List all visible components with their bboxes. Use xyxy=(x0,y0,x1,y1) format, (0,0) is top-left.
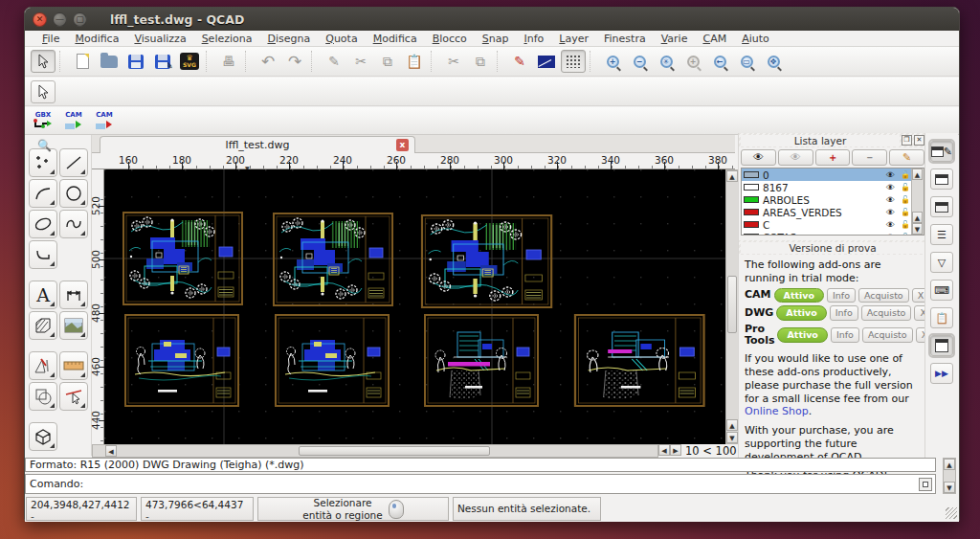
modify-tool-icon[interactable] xyxy=(59,382,88,411)
canvas-vertical-scrollbar[interactable]: ▲ ▲ ▼ xyxy=(725,169,739,444)
print-icon[interactable]: 🖶 xyxy=(216,50,241,73)
edit-layer-icon[interactable]: ✎ xyxy=(889,149,924,166)
layer-list-scrollbar[interactable]: ▲ ▲ ▼ xyxy=(911,168,924,235)
show-all-layers-icon[interactable]: 👁 xyxy=(741,149,776,166)
layer-visible-icon[interactable]: 👁 xyxy=(886,220,895,230)
scroll-left-icon[interactable]: ◀ xyxy=(105,445,117,457)
layer-lock-icon[interactable]: 🔓 xyxy=(901,220,910,229)
zoom-auto-icon[interactable]: ✳ xyxy=(654,50,679,73)
misc-tools-icon[interactable] xyxy=(29,351,57,380)
zoom-in-icon[interactable]: + xyxy=(600,50,625,73)
property-pencil-icon[interactable]: ✎ xyxy=(507,50,532,73)
line-settings-icon[interactable] xyxy=(534,50,559,73)
select-arrow-icon[interactable] xyxy=(31,80,56,103)
zoom-selection-icon[interactable]: + xyxy=(680,50,705,73)
menu-quota[interactable]: Quota xyxy=(318,32,365,46)
image-tool-icon[interactable] xyxy=(59,311,88,340)
menu-file[interactable]: File xyxy=(34,32,67,46)
layer-lock-icon[interactable]: 🔓 xyxy=(901,233,910,236)
line-tool-icon[interactable] xyxy=(59,148,88,177)
property-editor-toggle-icon[interactable]: ☰ xyxy=(930,224,953,245)
info-button[interactable]: Info xyxy=(831,327,859,343)
command-line[interactable]: Comando: xyxy=(25,474,936,494)
pan-icon[interactable]: ✥ xyxy=(761,50,786,73)
scroll-up2-icon[interactable]: ▲ xyxy=(912,212,923,223)
layer-lock-icon[interactable]: 🔓 xyxy=(901,195,910,204)
svg-export-icon[interactable]: ♛SVG xyxy=(177,50,202,73)
cam-reorder-icon[interactable]: CAM xyxy=(92,112,117,130)
box-3d-tool-icon[interactable] xyxy=(29,422,57,451)
hatch-tool-icon[interactable] xyxy=(29,311,57,340)
vertical-scroll-thumb[interactable] xyxy=(727,276,737,333)
menu-modifica[interactable]: Modifica xyxy=(67,32,126,46)
layer-row-0[interactable]: 0 👁 🔓 xyxy=(742,168,924,181)
command-line-toggle-icon[interactable]: ⌨ xyxy=(930,280,953,301)
menu-blocco[interactable]: Blocco xyxy=(425,32,475,46)
menu-cam[interactable]: CAM xyxy=(695,32,734,46)
save-icon[interactable] xyxy=(123,50,148,73)
document-tab[interactable]: 🔍 lffl_test.dwg x xyxy=(100,136,415,153)
scroll-up-icon[interactable]: ▲ xyxy=(912,168,923,180)
menu-seleziona[interactable]: Seleziona xyxy=(194,32,260,46)
add-layer-icon[interactable]: ＋ xyxy=(815,149,851,166)
layer-visible-icon[interactable]: 👁 xyxy=(886,208,895,217)
scroll-up-icon[interactable]: ▲ xyxy=(726,170,738,182)
layer-row-arboles[interactable]: ARBOLES 👁 🔓 xyxy=(742,193,924,206)
redo-icon[interactable]: ↷ xyxy=(282,50,307,73)
select-tool-icon[interactable] xyxy=(31,50,56,73)
menu-finestra[interactable]: Finestra xyxy=(596,32,654,46)
save-as-icon[interactable]: ✎ xyxy=(150,50,175,73)
point-tool-icon[interactable] xyxy=(29,148,57,177)
shape-tools-icon[interactable] xyxy=(29,382,57,411)
info-button[interactable]: Info xyxy=(827,288,856,303)
command-options-icon[interactable] xyxy=(919,478,932,491)
selection-filter-toggle-icon[interactable]: ▽ xyxy=(930,252,953,273)
trial-panel-header[interactable]: Versione di prova xyxy=(739,240,926,255)
expand-dock-icon[interactable]: ▶▶ xyxy=(930,363,953,384)
float-panel-icon[interactable]: ❐ xyxy=(902,135,912,146)
acquisto-button[interactable]: Acquisto xyxy=(858,288,909,303)
canvas-horizontal-scrollbar[interactable]: ◀ xyxy=(92,444,658,458)
scroll-down-icon[interactable]: ▼ xyxy=(944,482,955,493)
zoom-window-icon[interactable]: ▭ xyxy=(734,50,759,73)
close-panel-icon[interactable]: ✕ xyxy=(914,135,924,146)
menu-snap[interactable]: Snap xyxy=(475,32,517,46)
menu-aiuto[interactable]: Aiuto xyxy=(734,32,777,46)
scroll-up2-icon[interactable]: ▲ xyxy=(726,419,738,431)
attivo-button[interactable]: Attivo xyxy=(777,327,827,343)
attivo-button[interactable]: Attivo xyxy=(774,288,824,303)
scroll-arrow-pair[interactable]: ◀ ▶ xyxy=(658,444,681,456)
layer-visible-icon[interactable]: 👁 xyxy=(886,195,895,205)
remove-layer-icon[interactable]: － xyxy=(852,149,887,166)
layer-row-8167[interactable]: 8167 👁 🔓 xyxy=(742,181,924,193)
hide-all-layers-icon[interactable]: 👁 xyxy=(778,149,813,166)
scroll-left2-icon[interactable]: ◀ xyxy=(658,444,670,456)
close-window-icon[interactable]: ✕ xyxy=(33,12,47,27)
ellipse-tool-icon[interactable] xyxy=(29,210,57,238)
layer-visible-icon[interactable]: 👁 xyxy=(886,233,895,236)
cut-icon[interactable]: ✂ xyxy=(348,50,373,73)
layer-color-swatch[interactable] xyxy=(744,234,759,236)
layer-lock-icon[interactable]: 🔓 xyxy=(901,208,910,216)
spline-tool-icon[interactable] xyxy=(59,210,88,238)
command-history-scrollbar[interactable]: ▲ ▼ xyxy=(943,458,956,494)
acquisto-button[interactable]: Acquisto xyxy=(862,327,913,343)
pencil-icon[interactable]: ✎ xyxy=(322,50,346,73)
scroll-up-icon[interactable]: ▲ xyxy=(944,459,955,470)
scroll-right-icon[interactable]: ▶ xyxy=(670,444,681,456)
new-file-icon[interactable] xyxy=(70,50,95,73)
menu-info[interactable]: Info xyxy=(517,32,552,46)
maximize-window-icon[interactable]: ▢ xyxy=(73,12,87,27)
acquisto-button[interactable]: Acquisto xyxy=(861,305,912,321)
info-button[interactable]: Info xyxy=(830,305,858,321)
copy-reference-icon[interactable]: ⧉ xyxy=(468,50,493,73)
text-tool-icon[interactable]: A xyxy=(29,281,57,309)
format-bar[interactable]: Formato: R15 (2000) DWG Drawing (Teigha)… xyxy=(25,458,936,472)
clipboard-panel-toggle-icon[interactable]: 📋 xyxy=(930,307,953,328)
scroll-down-icon[interactable]: ▼ xyxy=(912,223,923,235)
tab-list-icon[interactable]: 🔍 xyxy=(37,139,52,152)
scroll-down-icon[interactable]: ▼ xyxy=(726,432,738,443)
attivo-button[interactable]: Attivo xyxy=(776,305,826,321)
copy-icon[interactable]: ⧉ xyxy=(375,50,400,73)
layer-color-swatch[interactable] xyxy=(744,184,759,191)
